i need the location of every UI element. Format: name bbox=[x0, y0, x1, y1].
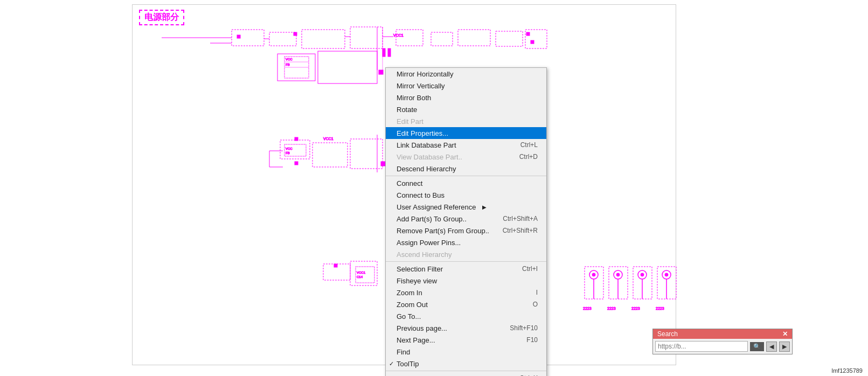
menu-label-descend-hierarchy: Descend Hierarchy bbox=[397, 165, 456, 173]
menu-label-zoom-out: Zoom Out bbox=[397, 301, 428, 309]
context-menu-item-fisheye-view[interactable]: Fisheye view bbox=[386, 275, 546, 287]
search-next-button[interactable]: ▶ bbox=[779, 342, 790, 352]
page-number: lmf1235789 bbox=[832, 367, 863, 374]
menu-label-mirror-both: Mirror Both bbox=[397, 94, 431, 102]
menu-label-ascend-hierarchy: Ascend Hierarchy bbox=[397, 250, 452, 259]
context-menu-item-mirror-vertically[interactable]: Mirror Vertically bbox=[386, 80, 546, 92]
context-menu-item-go-to[interactable]: Go To... bbox=[386, 310, 546, 322]
menu-label-go-to: Go To... bbox=[397, 312, 421, 321]
context-menu-item-edit-properties[interactable]: Edit Properties... bbox=[386, 127, 546, 139]
context-menu-item-view-database-part: View Database Part..Ctrl+D bbox=[386, 151, 546, 163]
shortcut-add-parts-to-group: Ctrl+Shift+A bbox=[503, 215, 538, 222]
submenu-arrow-user-assigned-reference: ▶ bbox=[482, 204, 487, 210]
context-menu-item-find[interactable]: Find bbox=[386, 346, 546, 358]
context-menu-item-zoom-out[interactable]: Zoom OutO bbox=[386, 298, 546, 310]
menu-label-add-parts-to-group: Add Part(s) To Group.. bbox=[397, 215, 467, 223]
context-menu-item-cut[interactable]: CutCtrl+X bbox=[386, 372, 546, 376]
menu-label-user-assigned-reference: User Assigned Reference bbox=[397, 203, 476, 211]
context-menu-item-connect[interactable]: Connect bbox=[386, 177, 546, 189]
search-prev-button[interactable]: ◀ bbox=[766, 342, 777, 352]
menu-label-tooltip: ToolTip bbox=[397, 360, 419, 368]
context-menu[interactable]: Mirror HorizontallyMirror VerticallyMirr… bbox=[385, 67, 547, 376]
menu-label-remove-parts-from-group: Remove Part(s) From Group.. bbox=[397, 227, 489, 235]
separator-after-ascend-hierarchy bbox=[386, 261, 546, 262]
menu-label-find: Find bbox=[397, 348, 410, 356]
separator-after-tooltip bbox=[386, 371, 546, 371]
menu-label-view-database-part: View Database Part.. bbox=[397, 153, 462, 161]
context-menu-item-mirror-horizontally[interactable]: Mirror Horizontally bbox=[386, 68, 546, 80]
shortcut-selection-filter: Ctrl+I bbox=[522, 265, 538, 273]
shortcut-next-page: F10 bbox=[526, 336, 538, 344]
menu-label-edit-properties: Edit Properties... bbox=[397, 129, 448, 137]
context-menu-item-add-parts-to-group[interactable]: Add Part(s) To Group..Ctrl+Shift+A bbox=[386, 213, 546, 225]
shortcut-zoom-out: O bbox=[533, 301, 538, 308]
search-input[interactable] bbox=[655, 341, 748, 352]
context-menu-item-ascend-hierarchy: Ascend Hierarchy bbox=[386, 248, 546, 260]
schematic-title: 电源部分 bbox=[139, 10, 184, 25]
menu-label-fisheye-view: Fisheye view bbox=[397, 277, 437, 285]
search-box-body: 🔍 ◀ ▶ bbox=[653, 339, 792, 354]
shortcut-remove-parts-from-group: Ctrl+Shift+R bbox=[503, 227, 538, 234]
context-menu-item-edit-part: Edit Part bbox=[386, 115, 546, 127]
context-menu-item-mirror-both[interactable]: Mirror Both bbox=[386, 92, 546, 103]
context-menu-item-next-page[interactable]: Next Page...F10 bbox=[386, 334, 546, 346]
menu-label-link-database-part: Link Database Part bbox=[397, 141, 456, 149]
menu-label-next-page: Next Page... bbox=[397, 336, 435, 344]
context-menu-item-descend-hierarchy[interactable]: Descend Hierarchy bbox=[386, 163, 546, 175]
context-menu-item-connect-to-bus[interactable]: Connect to Bus bbox=[386, 189, 546, 201]
menu-label-previous-page: Previous page... bbox=[397, 324, 447, 332]
menu-label-assign-power-pins: Assign Power Pins... bbox=[397, 239, 461, 247]
menu-label-zoom-in: Zoom In bbox=[397, 289, 422, 297]
search-box-title-label: Search bbox=[657, 330, 678, 338]
menu-label-cut: Cut bbox=[397, 374, 407, 377]
context-menu-item-zoom-in[interactable]: Zoom InI bbox=[386, 287, 546, 298]
search-close-button[interactable]: ✕ bbox=[782, 330, 788, 338]
menu-label-connect: Connect bbox=[397, 179, 422, 187]
menu-label-connect-to-bus: Connect to Bus bbox=[397, 191, 445, 199]
shortcut-previous-page: Shift+F10 bbox=[510, 324, 538, 332]
search-box[interactable]: Search ✕ 🔍 ◀ ▶ bbox=[652, 329, 793, 354]
context-menu-item-assign-power-pins[interactable]: Assign Power Pins... bbox=[386, 236, 546, 248]
search-box-titlebar: Search ✕ bbox=[653, 329, 792, 339]
menu-label-mirror-horizontally: Mirror Horizontally bbox=[397, 70, 453, 78]
context-menu-item-link-database-part[interactable]: Link Database PartCtrl+L bbox=[386, 139, 546, 151]
shortcut-view-database-part: Ctrl+D bbox=[519, 153, 538, 161]
check-icon-tooltip: ✓ bbox=[389, 360, 394, 367]
context-menu-item-user-assigned-reference[interactable]: User Assigned Reference▶ bbox=[386, 201, 546, 213]
separator-after-descend-hierarchy bbox=[386, 176, 546, 176]
menu-label-edit-part: Edit Part bbox=[397, 117, 423, 126]
context-menu-item-rotate[interactable]: Rotate bbox=[386, 103, 546, 115]
context-menu-item-tooltip[interactable]: ✓ToolTip bbox=[386, 358, 546, 370]
shortcut-link-database-part: Ctrl+L bbox=[520, 141, 538, 149]
context-menu-item-selection-filter[interactable]: Selection FilterCtrl+I bbox=[386, 263, 546, 275]
context-menu-item-previous-page[interactable]: Previous page...Shift+F10 bbox=[386, 322, 546, 334]
menu-label-mirror-vertically: Mirror Vertically bbox=[397, 82, 445, 90]
menu-label-rotate: Rotate bbox=[397, 106, 417, 114]
context-menu-item-remove-parts-from-group[interactable]: Remove Part(s) From Group..Ctrl+Shift+R bbox=[386, 225, 546, 236]
menu-label-selection-filter: Selection Filter bbox=[397, 265, 443, 273]
shortcut-zoom-in: I bbox=[536, 289, 538, 296]
search-magnifier-button[interactable]: 🔍 bbox=[750, 342, 764, 351]
